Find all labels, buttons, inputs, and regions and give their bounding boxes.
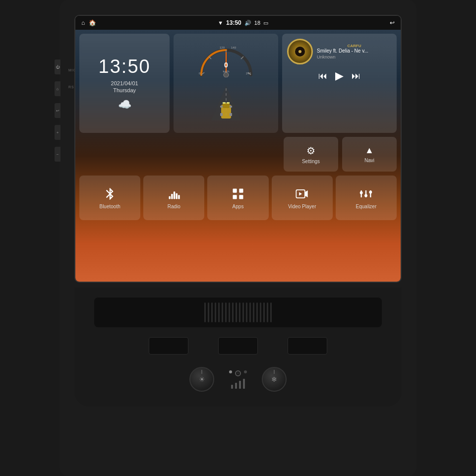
radio-icon	[167, 187, 181, 201]
fan-knob-right[interactable]: ❄	[262, 367, 287, 392]
svg-rect-27	[178, 195, 180, 199]
svg-rect-22	[227, 102, 230, 104]
equalizer-button[interactable]: Equalizer	[336, 176, 397, 220]
apps-label: Apps	[233, 204, 244, 209]
svg-point-38	[364, 194, 367, 197]
status-time: 13:50	[226, 19, 241, 26]
clock-minutes: 50	[127, 56, 150, 77]
climate-control-1[interactable]	[149, 337, 188, 355]
video-player-button[interactable]: Video Player	[272, 176, 333, 220]
vent-slot	[218, 302, 220, 322]
control-buttons-row	[149, 337, 327, 355]
svg-point-36	[360, 191, 363, 194]
svg-rect-19	[220, 113, 223, 116]
vent-slot	[256, 302, 258, 322]
battery-value: 18	[254, 20, 260, 26]
status-right: ↩	[390, 19, 395, 26]
car-road	[178, 77, 274, 129]
fan-symbol: ○	[235, 370, 241, 376]
equalizer-icon	[359, 187, 373, 201]
next-button[interactable]: ⏭	[352, 71, 360, 81]
vent-slot	[267, 302, 268, 322]
svg-text:240: 240	[246, 72, 251, 75]
top-row: 13:50 2021/04/01 Thursday ☁️	[79, 34, 397, 133]
play-button[interactable]: ▶	[335, 69, 344, 82]
vol-up-button[interactable]: +	[55, 125, 60, 140]
vent-slot	[232, 302, 234, 322]
clock-widget: 13:50 2021/04/01 Thursday ☁️	[79, 34, 170, 133]
radio-label: Radio	[168, 204, 180, 209]
clock-colon: :	[121, 56, 128, 77]
power-button[interactable]: ⏻	[55, 60, 60, 74]
temp-knob-left[interactable]: ☀	[189, 367, 214, 392]
knob-tick-2	[274, 370, 275, 374]
svg-point-10	[224, 72, 229, 77]
music-controls: ⏮ ▶ ⏭	[287, 69, 392, 82]
launcher-icon[interactable]: 🏠	[89, 19, 96, 26]
svg-rect-31	[239, 195, 243, 199]
vol-down-button[interactable]: −	[55, 147, 60, 162]
svg-rect-21	[223, 102, 226, 104]
speedometer-gauge: 0 120 240 140 0 km/h	[194, 38, 258, 77]
battery-icon: ▭	[263, 20, 268, 26]
back-icon[interactable]: ↩	[390, 19, 395, 26]
vent-slot	[229, 302, 230, 322]
vent-area	[94, 298, 382, 327]
status-bar: ⌂ 🏠 ▼ 13:50 🔊 18 ▭ ↩	[75, 16, 401, 30]
vent-slot	[246, 302, 247, 322]
music-info: CARFU Smiley ft. Delia - Ne v... Unknown	[317, 44, 392, 60]
vent-slot	[225, 302, 227, 322]
svg-text:km/h: km/h	[223, 70, 229, 73]
svg-rect-30	[233, 195, 237, 199]
radio-button[interactable]: Radio	[143, 176, 204, 220]
vent-slot	[215, 302, 216, 322]
car-head-unit: MIC RST ⏻ ⌂ ↩ + − ⌂ 🏠 ▼ 13:50	[60, 0, 416, 476]
weather-icon: ☁️	[118, 98, 131, 111]
svg-rect-20	[230, 113, 232, 116]
vent-slot	[253, 302, 254, 322]
apps-icon	[231, 187, 245, 201]
settings-button[interactable]: ⚙ Settings	[284, 137, 338, 172]
clock-date: 2021/04/01	[111, 80, 138, 86]
album-dot	[298, 50, 301, 53]
music-widget: CARFU Smiley ft. Delia - Ne v... Unknown…	[282, 34, 397, 133]
album-art	[287, 39, 313, 64]
fan-bar-2	[235, 383, 237, 389]
status-center: ▼ 13:50 🔊 18 ▭	[218, 19, 268, 26]
app-row: Bluetooth Radio	[79, 176, 397, 220]
svg-rect-17	[220, 106, 223, 108]
bluetooth-button[interactable]: Bluetooth	[79, 176, 140, 220]
climate-control-3[interactable]	[288, 337, 327, 355]
fan-bar-3	[239, 381, 241, 389]
main-screen: ⌂ 🏠 ▼ 13:50 🔊 18 ▭ ↩	[74, 15, 402, 283]
bluetooth-icon	[103, 187, 117, 201]
fan-bar-1	[231, 385, 233, 389]
apps-button[interactable]: Apps	[207, 176, 268, 220]
navi-button[interactable]: ▲ Navi	[342, 137, 397, 172]
carfu-logo: CARFU	[317, 44, 392, 48]
fan-bar-4	[243, 379, 245, 389]
fan-dot-2	[244, 370, 247, 373]
music-info-row: CARFU Smiley ft. Delia - Ne v... Unknown	[287, 39, 392, 64]
svg-rect-25	[174, 191, 176, 199]
svg-marker-34	[299, 192, 302, 195]
home-icon[interactable]: ⌂	[81, 19, 85, 26]
climate-control-2[interactable]	[218, 337, 258, 355]
svg-rect-28	[233, 188, 237, 192]
vent-slot	[236, 302, 237, 322]
vent-slot	[260, 302, 261, 322]
settings-row: ⚙ Settings ▲ Navi	[79, 137, 397, 172]
wifi-icon: ▼	[218, 20, 223, 26]
back-side-button[interactable]: ↩	[55, 103, 60, 118]
speed-widget: 0 120 240 140 0 km/h	[174, 34, 278, 133]
fan-dot-1	[229, 370, 232, 373]
prev-button[interactable]: ⏮	[318, 71, 327, 81]
home-side-button[interactable]: ⌂	[55, 81, 60, 96]
fan-speed-bars	[231, 379, 245, 389]
svg-text:120: 120	[220, 46, 225, 49]
clock-day: Thursday	[113, 87, 136, 93]
video-player-label: Video Player	[288, 204, 316, 209]
vent-slot	[204, 302, 206, 322]
vent-slot	[242, 302, 244, 322]
svg-rect-23	[169, 196, 171, 199]
